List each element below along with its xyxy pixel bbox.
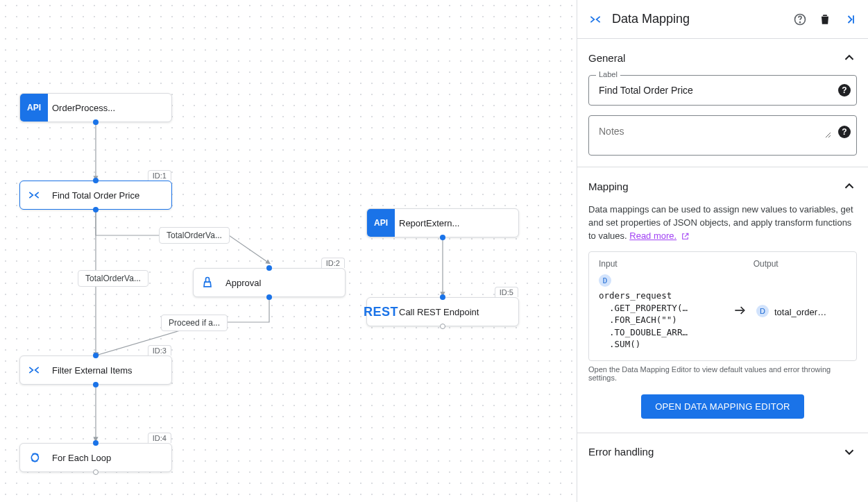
- read-more-link[interactable]: Read more.: [629, 231, 676, 241]
- task-label: For Each Loop: [48, 444, 171, 471]
- mapping-hint: Open the Data Mapping Editor to view def…: [588, 365, 857, 382]
- external-link-icon: [681, 232, 690, 241]
- node-port-in[interactable]: [93, 178, 99, 183]
- trigger-order-process[interactable]: API OrderProcess...: [19, 93, 172, 122]
- mapping-card[interactable]: Input Output Dorders_request .GET_PROPER…: [588, 251, 857, 361]
- section-general: General Label ? ?: [577, 39, 868, 167]
- node-port-in[interactable]: [93, 353, 99, 358]
- collapse-panel-icon[interactable]: [843, 12, 857, 26]
- svg-point-4: [800, 22, 801, 22]
- chevron-up-icon[interactable]: [842, 178, 857, 194]
- task-call-rest-endpoint[interactable]: ID:5 REST Call REST Endpoint: [366, 297, 519, 326]
- task-label: Approval: [221, 269, 345, 296]
- node-port-out[interactable]: [93, 207, 99, 212]
- task-id-tag: ID:1: [148, 170, 171, 181]
- help-badge-icon[interactable]: ?: [838, 84, 851, 97]
- chevron-up-icon[interactable]: [842, 50, 857, 65]
- task-id-tag: ID:4: [148, 433, 171, 443]
- flow-canvas[interactable]: TotalOrderVa... TotalOrderVa... Proceed …: [0, 0, 577, 502]
- datatype-chip: D: [756, 305, 769, 317]
- sidebar-title: Data Mapping: [612, 12, 782, 26]
- edges-layer: [0, 0, 577, 502]
- data-mapping-icon: [588, 12, 602, 26]
- api-trigger-icon: API: [20, 94, 48, 122]
- data-mapping-icon: [20, 356, 48, 384]
- mapping-input-header: Input: [599, 259, 720, 269]
- notes-field[interactable]: ?: [588, 115, 857, 156]
- section-title-error-handling: Error handling: [588, 446, 842, 458]
- task-id-tag: ID:5: [495, 287, 518, 297]
- edge-label-total-order-2[interactable]: TotalOrderVa...: [78, 270, 148, 287]
- label-input[interactable]: [597, 84, 831, 97]
- task-find-total-order-price[interactable]: ID:1 Find Total Order Price: [19, 181, 172, 210]
- arrow-right-icon: [723, 303, 756, 321]
- node-port-in[interactable]: [266, 265, 272, 271]
- section-title-general: General: [588, 52, 842, 64]
- mapping-output-var: D total_order…: [756, 305, 846, 320]
- node-port-out[interactable]: [93, 119, 99, 125]
- section-title-mapping: Mapping: [588, 181, 842, 192]
- task-label: Find Total Order Price: [48, 181, 171, 209]
- label-field[interactable]: Label ?: [588, 75, 857, 106]
- node-port-out[interactable]: [440, 324, 445, 329]
- node-port-in[interactable]: [93, 440, 99, 446]
- mapping-input-expression: Dorders_request .GET_PROPERTY(… .FOR_EAC…: [599, 274, 723, 351]
- delete-icon[interactable]: [818, 12, 832, 26]
- mapping-description: Data mappings can be used to assign new …: [588, 203, 857, 243]
- loop-icon: [20, 444, 48, 471]
- edge-label-proceed[interactable]: Proceed if a...: [161, 315, 228, 331]
- properties-sidebar: Data Mapping General Label: [577, 0, 868, 502]
- task-for-each-loop[interactable]: ID:4 For Each Loop: [19, 443, 172, 472]
- task-id-tag: ID:3: [148, 345, 171, 355]
- node-port-out[interactable]: [93, 469, 99, 475]
- trigger-label: OrderProcess...: [48, 94, 171, 122]
- node-port-out[interactable]: [440, 235, 445, 240]
- help-badge-icon[interactable]: ?: [838, 126, 851, 138]
- section-error-handling[interactable]: Error handling: [577, 433, 868, 471]
- node-port-in[interactable]: [440, 294, 445, 300]
- open-data-mapping-editor-button[interactable]: OPEN DATA MAPPING EDITOR: [641, 394, 804, 419]
- task-label: Filter External Items: [48, 356, 171, 384]
- chevron-down-icon[interactable]: [842, 444, 857, 460]
- trigger-report-extern[interactable]: API ReportExtern...: [366, 208, 519, 237]
- node-port-out[interactable]: [266, 294, 272, 300]
- api-trigger-icon: API: [367, 209, 395, 237]
- task-approval[interactable]: ID:2 Approval: [193, 268, 346, 297]
- trigger-label: ReportExtern...: [395, 209, 518, 237]
- help-icon[interactable]: [793, 12, 807, 26]
- task-label: Call REST Endpoint: [395, 298, 518, 326]
- data-mapping-icon: [20, 181, 48, 209]
- rest-icon: REST: [367, 298, 395, 326]
- sidebar-header: Data Mapping: [577, 0, 868, 39]
- node-port-out[interactable]: [93, 382, 99, 387]
- mapping-output-header: Output: [754, 259, 846, 269]
- approval-icon: [194, 269, 221, 296]
- edge-label-total-order-1[interactable]: TotalOrderVa...: [159, 227, 230, 244]
- notes-textarea[interactable]: [597, 124, 831, 138]
- task-id-tag: ID:2: [321, 258, 345, 268]
- task-filter-external-items[interactable]: ID:3 Filter External Items: [19, 355, 172, 385]
- label-floating: Label: [596, 70, 620, 78]
- section-mapping: Mapping Data mappings can be used to ass…: [577, 167, 868, 433]
